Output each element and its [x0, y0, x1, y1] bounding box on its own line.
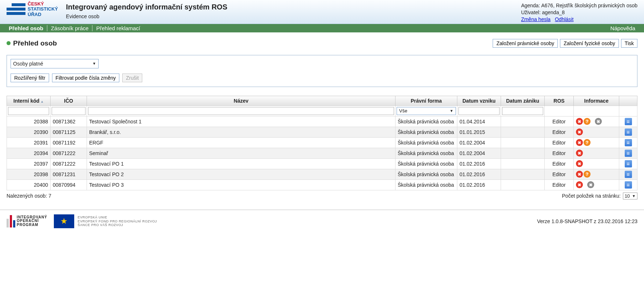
- filter-date-closed-input[interactable]: [502, 107, 543, 115]
- error-icon[interactable]: [576, 171, 583, 178]
- error-icon[interactable]: [576, 139, 583, 146]
- cell-name: Seminař: [87, 148, 395, 158]
- user-value: agenda_8: [542, 9, 565, 15]
- error-icon[interactable]: [576, 150, 583, 157]
- filter-by-change-button[interactable]: Filtrovat podle čísla změny: [52, 74, 120, 82]
- error-icon[interactable]: [576, 160, 583, 167]
- table-row[interactable]: 2039800871231Testovací PO 2Školská právn…: [7, 169, 637, 179]
- filter-legal-form-value: Vše: [399, 108, 407, 114]
- cell-date-created: 01.02.2016: [457, 158, 501, 169]
- filter-ico-input[interactable]: [52, 107, 86, 115]
- cell-legal-form: Školská právnická osoba: [395, 158, 457, 169]
- row-menu-icon[interactable]: [625, 171, 632, 178]
- cell-legal-form: Školská právnická osoba: [395, 179, 457, 190]
- nav-item-complaints[interactable]: Přehled reklamací: [92, 25, 144, 31]
- cell-name: ERGF: [87, 137, 395, 148]
- cell-name: Testovací PO 2: [87, 169, 395, 179]
- persons-table: Interní kód▲ IČO Název Právní forma Datu…: [7, 96, 637, 190]
- table-row[interactable]: 2039000871125Brankář, s.r.o.Školská práv…: [7, 127, 637, 137]
- cell-date-closed: [501, 158, 545, 169]
- create-natural-person-button[interactable]: Založení fyzické osoby: [560, 39, 619, 48]
- eu-flag-icon: ★: [54, 214, 74, 228]
- validity-select[interactable]: Osoby platné ▼: [11, 59, 99, 68]
- per-page-value: 10: [625, 193, 630, 199]
- col-date-closed[interactable]: Datum zániku: [501, 96, 545, 106]
- warning-icon[interactable]: [584, 118, 591, 125]
- error-icon[interactable]: [576, 128, 583, 135]
- eu-text: Evropská unie Evropský fond pro regionál…: [78, 215, 157, 227]
- per-page-label: Počet položek na stránku:: [562, 193, 621, 199]
- cell-ico: 00871125: [51, 127, 87, 137]
- cell-ros: Editor: [545, 148, 574, 158]
- cell-internal-code: 20391: [7, 137, 51, 148]
- cell-ico: 00871362: [51, 116, 87, 127]
- cell-info: [574, 169, 619, 179]
- cell-date-created: 01.02.2004: [457, 137, 501, 148]
- col-legal-form[interactable]: Právní forma: [395, 96, 457, 106]
- col-ros[interactable]: ROS: [545, 96, 574, 106]
- main-nav: Přehled osob Zásobník práce Přehled rekl…: [0, 24, 644, 32]
- filter-name-input[interactable]: [88, 107, 394, 115]
- validity-select-value: Osoby platné: [13, 61, 43, 67]
- cell-date-closed: [501, 148, 545, 158]
- change-password-link[interactable]: Změna hesla: [521, 16, 550, 22]
- cell-name: Testovací PO 1: [87, 158, 395, 169]
- inactive-icon[interactable]: [587, 181, 594, 188]
- chevron-down-icon: ▼: [92, 62, 96, 66]
- cell-info: [574, 148, 619, 158]
- table-row[interactable]: 2039400871222SeminařŠkolská právnická os…: [7, 148, 637, 158]
- version-label: Verze 1.0.8-SNAPSHOT z 23.02.2016 12:23: [537, 218, 637, 224]
- col-ico[interactable]: IČO: [51, 96, 87, 106]
- app-subtitle: Evidence osob: [66, 13, 227, 19]
- inactive-icon[interactable]: [595, 118, 602, 125]
- result-count-label: Nalezených osob:: [7, 193, 47, 199]
- cancel-filter-button: Zrušit: [122, 74, 142, 82]
- row-menu-icon[interactable]: [625, 160, 632, 167]
- sort-asc-icon: ▲: [40, 100, 44, 103]
- warning-icon[interactable]: [584, 171, 591, 178]
- logout-link[interactable]: Odhlásit: [555, 16, 573, 22]
- print-button[interactable]: Tisk: [621, 39, 637, 48]
- table-row[interactable]: 2039700871222Testovací PO 1Školská právn…: [7, 158, 637, 169]
- cell-internal-code: 20400: [7, 179, 51, 190]
- cell-ros: Editor: [545, 158, 574, 169]
- per-page-select[interactable]: 10 ▼: [623, 193, 637, 199]
- cell-internal-code: 20390: [7, 127, 51, 137]
- cell-ros: Editor: [545, 179, 574, 190]
- agenda-label: Agenda:: [521, 3, 540, 8]
- cell-name: Brankář, s.r.o.: [87, 127, 395, 137]
- row-menu-icon[interactable]: [625, 150, 632, 157]
- col-info[interactable]: Informace: [574, 96, 619, 106]
- cell-legal-form: Školská právnická osoba: [395, 169, 457, 179]
- filter-date-created-input[interactable]: [458, 107, 500, 115]
- nav-help[interactable]: Nápověda: [607, 25, 639, 31]
- row-menu-icon[interactable]: [625, 118, 632, 125]
- row-menu-icon[interactable]: [625, 181, 632, 189]
- filter-internal-code-input[interactable]: [8, 107, 49, 115]
- table-row[interactable]: 2040000870994Testovací PO 3Školská právn…: [7, 179, 637, 190]
- col-name[interactable]: Název: [87, 96, 395, 106]
- cell-legal-form: Školská právnická osoba: [395, 127, 457, 137]
- user-info: Agenda: A676, Rejstřík školských právnic…: [521, 1, 637, 23]
- warning-icon[interactable]: [584, 139, 591, 146]
- chevron-down-icon: ▼: [632, 194, 636, 198]
- cell-ros: Editor: [545, 127, 574, 137]
- extended-filter-button[interactable]: Rozšířený filtr: [11, 74, 49, 82]
- nav-item-work-stack[interactable]: Zásobník práce: [47, 25, 92, 31]
- nav-item-overview[interactable]: Přehled osob: [5, 25, 47, 31]
- error-icon[interactable]: [576, 118, 583, 125]
- table-row[interactable]: 2039100871192ERGFŠkolská právnická osoba…: [7, 137, 637, 148]
- row-menu-icon[interactable]: [625, 128, 632, 136]
- error-icon[interactable]: [576, 181, 583, 188]
- col-internal-code[interactable]: Interní kód▲: [7, 96, 51, 106]
- cell-internal-code: 20388: [7, 116, 51, 127]
- table-row[interactable]: 2038800871362Testovací Společnost 1Škols…: [7, 116, 637, 127]
- row-menu-icon[interactable]: [625, 139, 632, 146]
- filter-legal-form-select[interactable]: Vše ▼: [397, 107, 456, 115]
- col-date-created[interactable]: Datum vzniku: [457, 96, 501, 106]
- cell-info: [574, 137, 619, 148]
- cell-date-closed: [501, 127, 545, 137]
- cell-legal-form: Školská právnická osoba: [395, 137, 457, 148]
- divider: [0, 210, 644, 210]
- create-legal-person-button[interactable]: Založení právnické osoby: [493, 39, 558, 48]
